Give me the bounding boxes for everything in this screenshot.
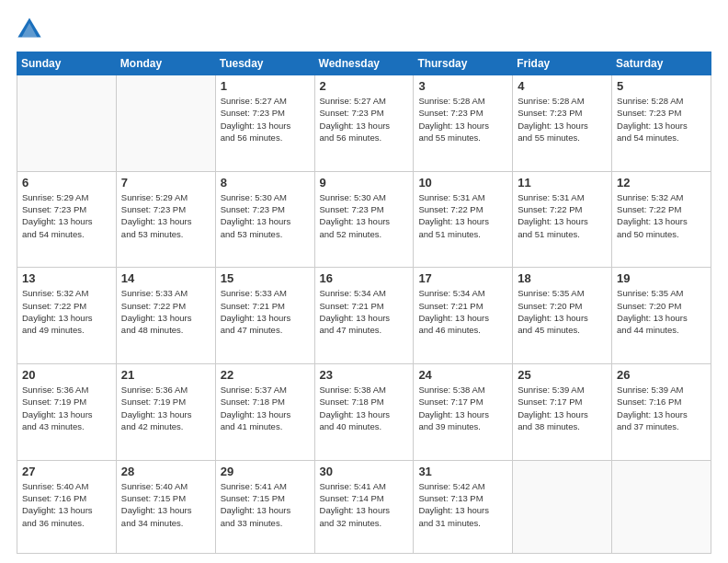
- day-number: 15: [221, 271, 310, 285]
- day-number: 1: [221, 79, 310, 93]
- week-row-5: 27Sunrise: 5:40 AM Sunset: 7:16 PM Dayli…: [17, 460, 711, 553]
- weekday-header-thursday: Thursday: [414, 52, 513, 75]
- weekday-header-wednesday: Wednesday: [314, 52, 414, 75]
- day-info: Sunrise: 5:34 AM Sunset: 7:21 PM Dayligh…: [418, 287, 507, 336]
- day-info: Sunrise: 5:33 AM Sunset: 7:21 PM Dayligh…: [221, 287, 310, 336]
- day-info: Sunrise: 5:37 AM Sunset: 7:18 PM Dayligh…: [221, 384, 310, 432]
- day-info: Sunrise: 5:30 AM Sunset: 7:23 PM Dayligh…: [221, 191, 310, 240]
- day-number: 14: [121, 271, 210, 285]
- day-number: 19: [617, 271, 706, 285]
- calendar-cell: 19Sunrise: 5:35 AM Sunset: 7:20 PM Dayli…: [612, 268, 711, 364]
- calendar-cell: 17Sunrise: 5:34 AM Sunset: 7:21 PM Dayli…: [414, 268, 513, 364]
- day-info: Sunrise: 5:40 AM Sunset: 7:15 PM Dayligh…: [121, 480, 210, 529]
- calendar-cell: 14Sunrise: 5:33 AM Sunset: 7:22 PM Dayli…: [116, 268, 215, 364]
- calendar-cell: [116, 75, 215, 172]
- day-number: 25: [518, 368, 607, 382]
- day-info: Sunrise: 5:29 AM Sunset: 7:23 PM Dayligh…: [22, 191, 111, 240]
- day-number: 8: [221, 176, 310, 190]
- calendar-cell: 2Sunrise: 5:27 AM Sunset: 7:23 PM Daylig…: [314, 75, 414, 172]
- calendar-cell: 11Sunrise: 5:31 AM Sunset: 7:22 PM Dayli…: [513, 171, 612, 268]
- day-number: 17: [418, 271, 507, 285]
- calendar-cell: 6Sunrise: 5:29 AM Sunset: 7:23 PM Daylig…: [17, 171, 117, 268]
- day-info: Sunrise: 5:41 AM Sunset: 7:15 PM Dayligh…: [221, 480, 310, 529]
- day-info: Sunrise: 5:28 AM Sunset: 7:23 PM Dayligh…: [418, 95, 507, 144]
- calendar-cell: 22Sunrise: 5:37 AM Sunset: 7:18 PM Dayli…: [215, 364, 314, 461]
- day-info: Sunrise: 5:27 AM Sunset: 7:23 PM Dayligh…: [320, 95, 409, 144]
- calendar-cell: 30Sunrise: 5:41 AM Sunset: 7:14 PM Dayli…: [314, 460, 414, 553]
- day-number: 27: [22, 465, 111, 478]
- day-info: Sunrise: 5:41 AM Sunset: 7:14 PM Dayligh…: [320, 480, 409, 529]
- calendar-cell: 8Sunrise: 5:30 AM Sunset: 7:23 PM Daylig…: [215, 171, 314, 268]
- calendar-cell: 29Sunrise: 5:41 AM Sunset: 7:15 PM Dayli…: [215, 460, 314, 553]
- day-info: Sunrise: 5:32 AM Sunset: 7:22 PM Dayligh…: [617, 191, 706, 240]
- day-info: Sunrise: 5:39 AM Sunset: 7:17 PM Dayligh…: [518, 384, 607, 432]
- calendar-cell: 20Sunrise: 5:36 AM Sunset: 7:19 PM Dayli…: [17, 364, 117, 461]
- day-info: Sunrise: 5:35 AM Sunset: 7:20 PM Dayligh…: [518, 287, 607, 336]
- day-number: 5: [617, 79, 706, 93]
- calendar-cell: 16Sunrise: 5:34 AM Sunset: 7:21 PM Dayli…: [314, 268, 414, 364]
- day-number: 20: [22, 368, 111, 382]
- calendar-cell: [513, 460, 612, 553]
- calendar-cell: 31Sunrise: 5:42 AM Sunset: 7:13 PM Dayli…: [414, 460, 513, 553]
- day-info: Sunrise: 5:28 AM Sunset: 7:23 PM Dayligh…: [617, 95, 706, 144]
- day-number: 6: [22, 176, 111, 190]
- calendar-cell: 24Sunrise: 5:38 AM Sunset: 7:17 PM Dayli…: [414, 364, 513, 461]
- day-number: 9: [320, 176, 409, 190]
- day-number: 11: [518, 176, 607, 190]
- day-info: Sunrise: 5:38 AM Sunset: 7:17 PM Dayligh…: [418, 384, 507, 432]
- day-number: 30: [320, 465, 409, 478]
- calendar-cell: 26Sunrise: 5:39 AM Sunset: 7:16 PM Dayli…: [612, 364, 711, 461]
- calendar-cell: 4Sunrise: 5:28 AM Sunset: 7:23 PM Daylig…: [513, 75, 612, 172]
- day-number: 16: [320, 271, 409, 285]
- page: SundayMondayTuesdayWednesdayThursdayFrid…: [0, 0, 728, 563]
- day-info: Sunrise: 5:36 AM Sunset: 7:19 PM Dayligh…: [22, 384, 111, 432]
- day-number: 28: [121, 465, 210, 478]
- day-info: Sunrise: 5:38 AM Sunset: 7:18 PM Dayligh…: [320, 384, 409, 432]
- day-info: Sunrise: 5:28 AM Sunset: 7:23 PM Dayligh…: [518, 95, 607, 144]
- calendar-cell: 15Sunrise: 5:33 AM Sunset: 7:21 PM Dayli…: [215, 268, 314, 364]
- day-number: 23: [320, 368, 409, 382]
- calendar-cell: 9Sunrise: 5:30 AM Sunset: 7:23 PM Daylig…: [314, 171, 414, 268]
- day-number: 4: [518, 79, 607, 93]
- day-info: Sunrise: 5:40 AM Sunset: 7:16 PM Dayligh…: [22, 480, 111, 529]
- calendar-cell: 21Sunrise: 5:36 AM Sunset: 7:19 PM Dayli…: [116, 364, 215, 461]
- calendar-cell: 10Sunrise: 5:31 AM Sunset: 7:22 PM Dayli…: [414, 171, 513, 268]
- weekday-header-tuesday: Tuesday: [215, 52, 314, 75]
- day-info: Sunrise: 5:36 AM Sunset: 7:19 PM Dayligh…: [121, 384, 210, 432]
- week-row-3: 13Sunrise: 5:32 AM Sunset: 7:22 PM Dayli…: [17, 268, 711, 364]
- calendar-cell: 12Sunrise: 5:32 AM Sunset: 7:22 PM Dayli…: [612, 171, 711, 268]
- day-info: Sunrise: 5:39 AM Sunset: 7:16 PM Dayligh…: [617, 384, 706, 432]
- day-number: 10: [418, 176, 507, 190]
- day-number: 21: [121, 368, 210, 382]
- day-info: Sunrise: 5:29 AM Sunset: 7:23 PM Dayligh…: [121, 191, 210, 240]
- day-info: Sunrise: 5:32 AM Sunset: 7:22 PM Dayligh…: [22, 287, 111, 336]
- weekday-header-sunday: Sunday: [17, 52, 117, 75]
- day-number: 7: [121, 176, 210, 190]
- calendar-cell: 25Sunrise: 5:39 AM Sunset: 7:17 PM Dayli…: [513, 364, 612, 461]
- day-number: 29: [221, 465, 310, 478]
- calendar-cell: 23Sunrise: 5:38 AM Sunset: 7:18 PM Dayli…: [314, 364, 414, 461]
- week-row-4: 20Sunrise: 5:36 AM Sunset: 7:19 PM Dayli…: [17, 364, 711, 461]
- day-number: 13: [22, 271, 111, 285]
- day-number: 12: [617, 176, 706, 190]
- weekday-header-row: SundayMondayTuesdayWednesdayThursdayFrid…: [17, 52, 711, 75]
- calendar-table: SundayMondayTuesdayWednesdayThursdayFrid…: [17, 52, 711, 554]
- calendar-cell: 1Sunrise: 5:27 AM Sunset: 7:23 PM Daylig…: [215, 75, 314, 172]
- weekday-header-saturday: Saturday: [612, 52, 711, 75]
- day-number: 24: [418, 368, 507, 382]
- weekday-header-friday: Friday: [513, 52, 612, 75]
- weekday-header-monday: Monday: [116, 52, 215, 75]
- day-number: 22: [221, 368, 310, 382]
- day-info: Sunrise: 5:33 AM Sunset: 7:22 PM Dayligh…: [121, 287, 210, 336]
- day-number: 31: [418, 465, 507, 478]
- calendar-cell: 13Sunrise: 5:32 AM Sunset: 7:22 PM Dayli…: [17, 268, 117, 364]
- day-info: Sunrise: 5:31 AM Sunset: 7:22 PM Dayligh…: [518, 191, 607, 240]
- calendar-cell: 27Sunrise: 5:40 AM Sunset: 7:16 PM Dayli…: [17, 460, 117, 553]
- day-info: Sunrise: 5:31 AM Sunset: 7:22 PM Dayligh…: [418, 191, 507, 240]
- day-number: 18: [518, 271, 607, 285]
- day-number: 3: [418, 79, 507, 93]
- day-info: Sunrise: 5:27 AM Sunset: 7:23 PM Dayligh…: [221, 95, 310, 144]
- logo-icon: [17, 17, 42, 42]
- day-number: 2: [320, 79, 409, 93]
- calendar-cell: 28Sunrise: 5:40 AM Sunset: 7:15 PM Dayli…: [116, 460, 215, 553]
